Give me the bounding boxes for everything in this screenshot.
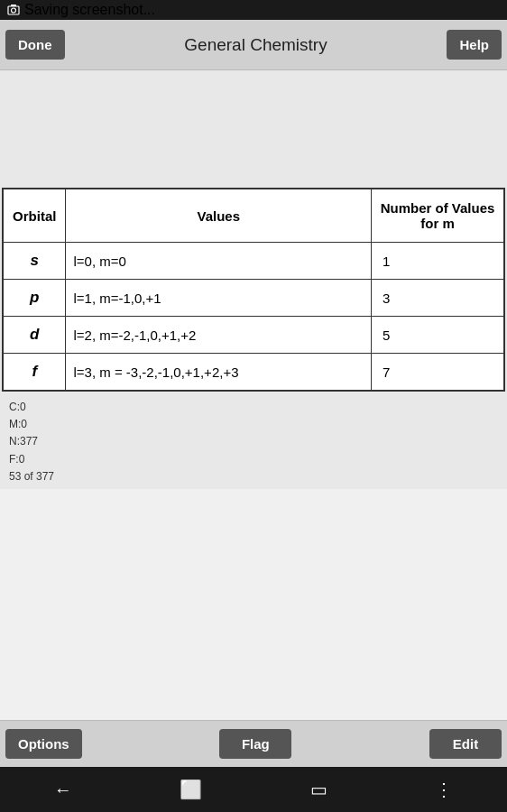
content-area: Orbital Values Number of Values for m sl…: [0, 70, 507, 392]
values-cell: l=1, m=-1,0,+1: [66, 280, 372, 317]
values-cell: l=0, m=0: [66, 243, 372, 280]
footer-m: M:0: [9, 416, 498, 433]
svg-rect-2: [11, 5, 16, 6]
recent-icon[interactable]: ▭: [310, 779, 327, 800]
table-row: sl=0, m=01: [3, 243, 504, 280]
orbital-cell: p: [3, 280, 66, 317]
table-row: dl=2, m=-2,-1,0,+1,+25: [3, 317, 504, 354]
system-nav: ← ⬜ ▭ ⋮: [0, 767, 507, 812]
help-button[interactable]: Help: [447, 30, 502, 60]
footer-n: N:377: [9, 433, 498, 450]
values-cell: l=3, m = -3,-2,-1,0,+1,+2,+3: [66, 354, 372, 392]
orbital-cell: f: [3, 354, 66, 392]
edit-button[interactable]: Edit: [429, 729, 502, 759]
orbital-cell: s: [3, 243, 66, 280]
footer-info: C:0 M:0 N:377 F:0 53 of 377: [0, 392, 507, 489]
flag-button[interactable]: Flag: [219, 729, 291, 759]
header-orbital: Orbital: [3, 189, 66, 243]
done-button[interactable]: Done: [5, 30, 65, 60]
chemistry-table: Orbital Values Number of Values for m sl…: [2, 188, 505, 392]
orbital-cell: d: [3, 317, 66, 354]
table-row: fl=3, m = -3,-2,-1,0,+1,+2,+37: [3, 354, 504, 392]
footer-page: 53 of 377: [9, 468, 498, 485]
header-number: Number of Values for m: [372, 189, 504, 243]
status-bar: Saving screenshot...: [0, 0, 507, 20]
footer-f: F:0: [9, 451, 498, 468]
footer-c: C:0: [9, 399, 498, 416]
page-title: General Chemistry: [65, 35, 447, 55]
camera-icon: [7, 4, 20, 16]
number-cell: 5: [372, 317, 504, 354]
top-bar: Done General Chemistry Help: [0, 20, 507, 70]
values-cell: l=2, m=-2,-1,0,+1,+2: [66, 317, 372, 354]
home-icon[interactable]: ⬜: [180, 779, 202, 800]
number-cell: 7: [372, 354, 504, 392]
menu-icon[interactable]: ⋮: [435, 779, 453, 800]
status-bar-text: Saving screenshot...: [24, 2, 155, 18]
table-row: pl=1, m=-1,0,+13: [3, 280, 504, 317]
svg-rect-0: [8, 6, 19, 14]
back-icon[interactable]: ←: [54, 780, 72, 800]
svg-point-1: [12, 8, 16, 13]
number-cell: 3: [372, 280, 504, 317]
action-bar: Options Flag Edit: [0, 720, 507, 767]
top-spacer: [0, 79, 507, 188]
number-cell: 1: [372, 243, 504, 280]
options-button[interactable]: Options: [5, 729, 82, 759]
header-values: Values: [66, 189, 372, 243]
